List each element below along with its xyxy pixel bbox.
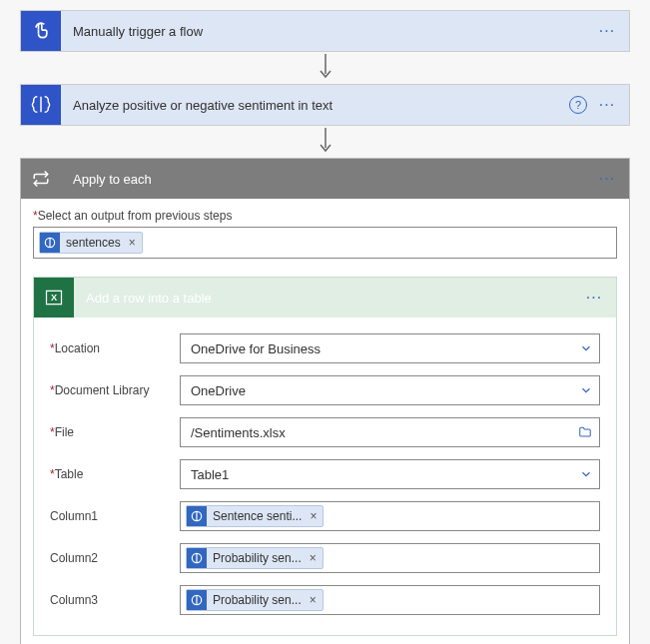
- col1-input[interactable]: Sentence senti... ×: [180, 501, 600, 531]
- svg-text:X: X: [51, 293, 58, 303]
- chevron-down-icon: [579, 467, 593, 481]
- library-select[interactable]: OneDrive: [180, 375, 600, 405]
- field-label-file: *File: [46, 411, 176, 453]
- token-remove-button[interactable]: ×: [308, 509, 319, 523]
- token-remove-button[interactable]: ×: [308, 551, 319, 565]
- col3-input[interactable]: Probability sen... ×: [180, 585, 600, 615]
- ai-token-icon: [187, 506, 207, 526]
- step-manual-trigger[interactable]: Manually trigger a flow ···: [20, 10, 630, 52]
- step-apply-to-each[interactable]: Apply to each ··· *Select an output from…: [20, 158, 630, 644]
- token-remove-button[interactable]: ×: [127, 236, 138, 250]
- table-select[interactable]: Table1: [180, 459, 600, 489]
- token-remove-button[interactable]: ×: [308, 593, 319, 607]
- step-analyze-sentiment[interactable]: Analyze positive or negative sentiment i…: [20, 84, 630, 126]
- ai-brain-icon: [21, 85, 61, 125]
- token-col2[interactable]: Probability sen... ×: [186, 547, 324, 569]
- connector-arrow: [20, 52, 630, 84]
- addrow-menu-button[interactable]: ···: [580, 289, 608, 307]
- info-icon[interactable]: ?: [569, 96, 587, 114]
- output-select-input[interactable]: sentences ×: [33, 227, 617, 259]
- excel-icon: X: [34, 278, 74, 318]
- loop-icon: [21, 159, 61, 199]
- field-label-col3: Column3: [46, 579, 176, 621]
- chevron-down-icon: [579, 383, 593, 397]
- location-select[interactable]: OneDrive for Business: [180, 333, 600, 363]
- ai-token-icon: [187, 590, 207, 610]
- connector-arrow: [20, 126, 630, 158]
- field-label-library: *Document Library: [46, 369, 176, 411]
- step-title: Analyze positive or negative sentiment i…: [73, 98, 569, 113]
- field-label-table: *Table: [46, 453, 176, 495]
- token-col1[interactable]: Sentence senti... ×: [186, 505, 324, 527]
- ai-token-icon: [187, 548, 207, 568]
- token-sentences[interactable]: sentences ×: [39, 232, 143, 254]
- col2-input[interactable]: Probability sen... ×: [180, 543, 600, 573]
- field-label-col1: Column1: [46, 495, 176, 537]
- field-label-location: *Location: [46, 327, 176, 369]
- step2-menu-button[interactable]: ···: [593, 96, 621, 114]
- step1-menu-button[interactable]: ···: [593, 22, 621, 40]
- output-select-label: *Select an output from previous steps: [33, 209, 617, 223]
- ai-token-icon: [40, 233, 60, 253]
- touch-icon: [21, 11, 61, 51]
- token-col3[interactable]: Probability sen... ×: [186, 589, 324, 611]
- step-add-row[interactable]: X Add a row into a table ··· *Location O…: [33, 277, 617, 636]
- applyeach-menu-button[interactable]: ···: [593, 170, 621, 188]
- step-title: Manually trigger a flow: [73, 24, 593, 39]
- field-label-col2: Column2: [46, 537, 176, 579]
- folder-icon[interactable]: [577, 425, 593, 439]
- step-title: Add a row into a table: [86, 291, 580, 306]
- chevron-down-icon: [579, 341, 593, 355]
- step-title: Apply to each: [73, 172, 593, 187]
- file-input[interactable]: /Sentiments.xlsx: [180, 417, 600, 447]
